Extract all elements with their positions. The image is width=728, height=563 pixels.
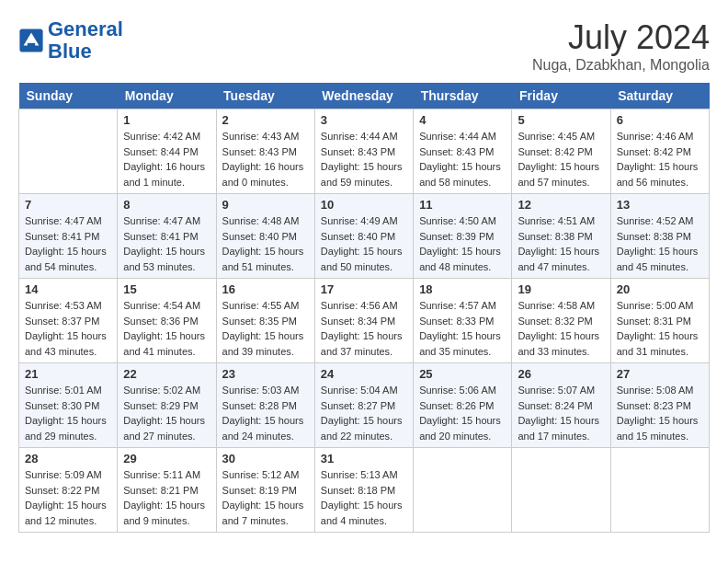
header-day-thursday: Thursday <box>414 83 512 109</box>
day-info: Sunrise: 4:44 AM Sunset: 8:43 PM Dayligh… <box>419 129 506 190</box>
day-info: Sunrise: 4:47 AM Sunset: 8:41 PM Dayligh… <box>123 213 210 274</box>
day-info: Sunrise: 4:58 AM Sunset: 8:32 PM Dayligh… <box>518 298 604 359</box>
day-info: Sunrise: 4:44 AM Sunset: 8:43 PM Dayligh… <box>321 129 407 190</box>
svg-rect-2 <box>28 43 35 47</box>
day-number: 1 <box>123 113 210 127</box>
day-info: Sunrise: 4:54 AM Sunset: 8:36 PM Dayligh… <box>123 298 210 359</box>
day-number: 4 <box>419 113 506 127</box>
calendar-cell: 27Sunrise: 5:08 AM Sunset: 8:23 PM Dayli… <box>610 363 709 448</box>
day-info: Sunrise: 4:45 AM Sunset: 8:42 PM Dayligh… <box>518 129 604 190</box>
day-number: 12 <box>518 198 604 212</box>
calendar-cell: 15Sunrise: 4:54 AM Sunset: 8:36 PM Dayli… <box>118 279 216 363</box>
week-row-4: 21Sunrise: 5:01 AM Sunset: 8:30 PM Dayli… <box>19 363 710 448</box>
header-day-monday: Monday <box>118 83 216 109</box>
logo-text: General Blue <box>48 18 123 63</box>
day-info: Sunrise: 4:47 AM Sunset: 8:41 PM Dayligh… <box>25 213 111 274</box>
calendar-cell <box>512 448 610 533</box>
day-info: Sunrise: 4:42 AM Sunset: 8:44 PM Dayligh… <box>123 129 210 190</box>
calendar-cell: 18Sunrise: 4:57 AM Sunset: 8:33 PM Dayli… <box>414 279 512 363</box>
day-number: 3 <box>321 113 407 127</box>
week-row-3: 14Sunrise: 4:53 AM Sunset: 8:37 PM Dayli… <box>19 279 710 363</box>
day-info: Sunrise: 4:51 AM Sunset: 8:38 PM Dayligh… <box>518 213 604 274</box>
day-number: 19 <box>518 282 604 296</box>
day-info: Sunrise: 5:08 AM Sunset: 8:23 PM Dayligh… <box>617 383 703 443</box>
day-number: 30 <box>222 452 309 465</box>
day-info: Sunrise: 4:48 AM Sunset: 8:40 PM Dayligh… <box>222 213 309 274</box>
day-info: Sunrise: 4:43 AM Sunset: 8:43 PM Dayligh… <box>222 129 309 190</box>
day-number: 25 <box>419 367 506 381</box>
location-title: Nuga, Dzabkhan, Mongolia <box>532 57 710 74</box>
day-number: 22 <box>123 367 210 381</box>
calendar-table: SundayMondayTuesdayWednesdayThursdayFrid… <box>18 83 710 533</box>
calendar-cell: 22Sunrise: 5:02 AM Sunset: 8:29 PM Dayli… <box>118 363 216 448</box>
calendar-cell: 21Sunrise: 5:01 AM Sunset: 8:30 PM Dayli… <box>19 363 118 448</box>
calendar-cell: 8Sunrise: 4:47 AM Sunset: 8:41 PM Daylig… <box>118 194 216 279</box>
calendar-cell: 25Sunrise: 5:06 AM Sunset: 8:26 PM Dayli… <box>414 363 512 448</box>
day-number: 18 <box>419 282 506 296</box>
calendar-cell: 9Sunrise: 4:48 AM Sunset: 8:40 PM Daylig… <box>216 194 314 279</box>
day-number: 23 <box>222 367 309 381</box>
day-info: Sunrise: 5:09 AM Sunset: 8:22 PM Dayligh… <box>25 467 111 528</box>
day-number: 6 <box>617 113 703 127</box>
day-number: 21 <box>25 367 111 381</box>
day-info: Sunrise: 5:00 AM Sunset: 8:31 PM Dayligh… <box>617 298 703 359</box>
day-info: Sunrise: 5:13 AM Sunset: 8:18 PM Dayligh… <box>321 467 407 528</box>
calendar-cell <box>19 109 118 194</box>
day-number: 16 <box>222 282 309 296</box>
day-number: 29 <box>123 452 210 465</box>
day-info: Sunrise: 4:49 AM Sunset: 8:40 PM Dayligh… <box>321 213 407 274</box>
week-row-2: 7Sunrise: 4:47 AM Sunset: 8:41 PM Daylig… <box>19 194 710 279</box>
calendar-cell: 3Sunrise: 4:44 AM Sunset: 8:43 PM Daylig… <box>314 109 413 194</box>
logo-line1: General <box>48 17 123 40</box>
header-day-saturday: Saturday <box>610 83 709 109</box>
calendar-cell: 24Sunrise: 5:04 AM Sunset: 8:27 PM Dayli… <box>314 363 413 448</box>
day-info: Sunrise: 4:57 AM Sunset: 8:33 PM Dayligh… <box>419 298 506 359</box>
calendar-cell <box>414 448 512 533</box>
day-number: 15 <box>123 282 210 296</box>
day-info: Sunrise: 5:12 AM Sunset: 8:19 PM Dayligh… <box>222 467 309 528</box>
calendar-cell: 10Sunrise: 4:49 AM Sunset: 8:40 PM Dayli… <box>314 194 413 279</box>
page-header: General Blue July 2024 Nuga, Dzabkhan, M… <box>18 18 710 74</box>
calendar-cell: 20Sunrise: 5:00 AM Sunset: 8:31 PM Dayli… <box>610 279 709 363</box>
day-number: 27 <box>617 367 703 381</box>
header-day-sunday: Sunday <box>19 83 118 109</box>
day-info: Sunrise: 5:07 AM Sunset: 8:24 PM Dayligh… <box>518 383 604 443</box>
header-day-tuesday: Tuesday <box>216 83 314 109</box>
day-info: Sunrise: 4:52 AM Sunset: 8:38 PM Dayligh… <box>617 213 703 274</box>
calendar-header-row: SundayMondayTuesdayWednesdayThursdayFrid… <box>19 83 710 109</box>
month-title: July 2024 <box>532 18 710 57</box>
day-number: 24 <box>321 367 407 381</box>
calendar-cell: 11Sunrise: 4:50 AM Sunset: 8:39 PM Dayli… <box>414 194 512 279</box>
day-number: 31 <box>321 452 407 465</box>
week-row-1: 1Sunrise: 4:42 AM Sunset: 8:44 PM Daylig… <box>19 109 710 194</box>
logo-icon <box>18 28 44 53</box>
logo-line2: Blue <box>48 40 92 63</box>
calendar-cell: 2Sunrise: 4:43 AM Sunset: 8:43 PM Daylig… <box>216 109 314 194</box>
day-info: Sunrise: 5:11 AM Sunset: 8:21 PM Dayligh… <box>123 467 210 528</box>
calendar-cell: 16Sunrise: 4:55 AM Sunset: 8:35 PM Dayli… <box>216 279 314 363</box>
day-info: Sunrise: 4:55 AM Sunset: 8:35 PM Dayligh… <box>222 298 309 359</box>
day-number: 11 <box>419 198 506 212</box>
calendar-cell: 19Sunrise: 4:58 AM Sunset: 8:32 PM Dayli… <box>512 279 610 363</box>
title-block: July 2024 Nuga, Dzabkhan, Mongolia <box>532 18 710 74</box>
calendar-cell: 26Sunrise: 5:07 AM Sunset: 8:24 PM Dayli… <box>512 363 610 448</box>
day-info: Sunrise: 4:53 AM Sunset: 8:37 PM Dayligh… <box>25 298 111 359</box>
day-number: 28 <box>25 452 111 465</box>
calendar-cell: 30Sunrise: 5:12 AM Sunset: 8:19 PM Dayli… <box>216 448 314 533</box>
calendar-cell: 7Sunrise: 4:47 AM Sunset: 8:41 PM Daylig… <box>19 194 118 279</box>
day-number: 26 <box>518 367 604 381</box>
day-info: Sunrise: 5:06 AM Sunset: 8:26 PM Dayligh… <box>419 383 506 443</box>
calendar-cell: 29Sunrise: 5:11 AM Sunset: 8:21 PM Dayli… <box>118 448 216 533</box>
day-info: Sunrise: 5:01 AM Sunset: 8:30 PM Dayligh… <box>25 383 111 443</box>
day-number: 20 <box>617 282 703 296</box>
day-number: 5 <box>518 113 604 127</box>
calendar-cell: 1Sunrise: 4:42 AM Sunset: 8:44 PM Daylig… <box>118 109 216 194</box>
day-info: Sunrise: 4:56 AM Sunset: 8:34 PM Dayligh… <box>321 298 407 359</box>
calendar-cell: 28Sunrise: 5:09 AM Sunset: 8:22 PM Dayli… <box>19 448 118 533</box>
day-info: Sunrise: 5:04 AM Sunset: 8:27 PM Dayligh… <box>321 383 407 443</box>
day-number: 14 <box>25 282 111 296</box>
header-day-friday: Friday <box>512 83 610 109</box>
day-number: 17 <box>321 282 407 296</box>
day-number: 13 <box>617 198 703 212</box>
calendar-cell <box>610 448 709 533</box>
